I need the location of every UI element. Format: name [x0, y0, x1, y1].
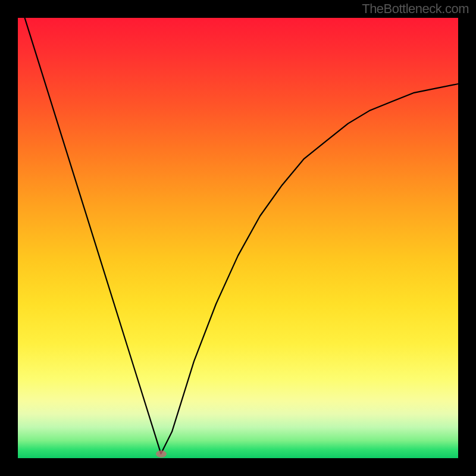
bottleneck-curve [18, 18, 458, 458]
plot-area [18, 18, 458, 458]
minimum-marker [156, 450, 167, 458]
watermark-text: TheBottleneck.com [362, 1, 469, 17]
